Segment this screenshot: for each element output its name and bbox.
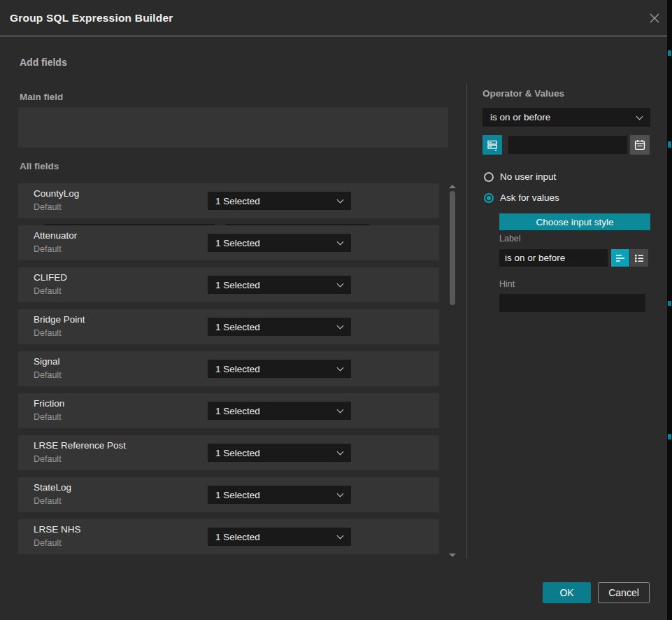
operator-dropdown[interactable]: is on or before [482, 108, 650, 127]
choose-input-style-button[interactable]: Choose input style [499, 213, 650, 230]
radio-no-user-input[interactable]: No user input [484, 171, 556, 182]
field-selection-value: 1 Selected [215, 490, 260, 500]
field-subtitle: Default [34, 538, 62, 548]
field-subtitle: Default [34, 412, 62, 422]
scrollbar-thumb[interactable] [450, 191, 455, 305]
align-left-icon [615, 253, 626, 263]
field-selection-dropdown[interactable]: 1 Selected [208, 318, 351, 336]
field-selection-value: 1 Selected [215, 448, 260, 458]
chevron-down-icon [337, 365, 344, 372]
chevron-down-icon [337, 197, 344, 204]
label-input[interactable] [499, 249, 608, 267]
field-selection-dropdown[interactable]: 1 Selected [208, 192, 351, 210]
operator-value: is on or before [490, 112, 550, 122]
add-fields-heading: Add fields [20, 57, 67, 68]
field-subtitle: Default [34, 202, 62, 212]
field-selection-value: 1 Selected [215, 280, 260, 290]
field-row: Attenuator Default 1 Selected [18, 225, 439, 260]
field-row: LRSE Reference Post Default 1 Selected [18, 435, 439, 470]
calendar-icon [634, 139, 645, 150]
close-icon [649, 13, 660, 24]
main-field-container: CountyLog | Default From Date [18, 107, 448, 148]
list-input-style-button[interactable] [630, 249, 648, 267]
app-sliver-accent [668, 50, 671, 56]
field-name: Friction [34, 398, 64, 409]
field-subtitle: Default [34, 370, 62, 380]
field-name: LRSE NHS [34, 524, 81, 535]
field-selection-value: 1 Selected [215, 238, 260, 248]
hint-caption: Hint [499, 279, 515, 289]
label-caption: Label [499, 234, 521, 244]
chevron-down-icon [337, 491, 344, 498]
field-name: CLIFED [34, 272, 67, 283]
hint-input[interactable] [499, 294, 645, 312]
all-fields-heading: All fields [20, 161, 59, 171]
radio-circle-selected-icon [484, 193, 494, 203]
dialog-title: Group SQL Expression Builder [10, 0, 173, 36]
field-row: StateLog Default 1 Selected [18, 477, 439, 512]
field-selection-dropdown[interactable]: 1 Selected [208, 528, 351, 546]
field-row: Friction Default 1 Selected [18, 393, 439, 428]
field-name: StateLog [34, 482, 71, 493]
field-selection-dropdown[interactable]: 1 Selected [208, 444, 351, 462]
field-name: LRSE Reference Post [34, 440, 126, 451]
field-subtitle: Default [34, 244, 62, 254]
app-sliver-accent [668, 434, 671, 439]
panel-divider [466, 84, 467, 558]
single-input-style-button[interactable] [611, 249, 629, 267]
app-sliver-accent [668, 301, 671, 306]
field-selection-dropdown[interactable]: 1 Selected [208, 234, 351, 252]
chevron-down-icon [337, 239, 344, 246]
field-subtitle: Default [34, 496, 62, 506]
value-input[interactable] [508, 136, 627, 154]
field-subtitle: Default [34, 286, 62, 296]
field-selection-value: 1 Selected [215, 364, 260, 374]
field-selection-value: 1 Selected [215, 532, 260, 542]
field-selection-dropdown[interactable]: 1 Selected [208, 360, 351, 378]
cancel-button[interactable]: Cancel [598, 582, 650, 603]
field-name: CountyLog [34, 188, 79, 199]
unique-values-button[interactable] [482, 135, 502, 155]
field-name: Signal [34, 356, 60, 367]
chevron-down-icon [337, 449, 344, 456]
field-row: LRSE NHS Default 1 Selected [18, 519, 439, 554]
stacked-values-icon [486, 139, 499, 151]
operator-values-heading: Operator & Values [482, 88, 564, 99]
scrollbar-up-arrow[interactable] [449, 185, 456, 188]
field-selection-value: 1 Selected [215, 196, 260, 206]
close-button[interactable] [646, 10, 663, 27]
ok-button[interactable]: OK [543, 582, 591, 603]
field-row: Bridge Point Default 1 Selected [18, 309, 439, 344]
field-subtitle: Default [34, 328, 62, 338]
all-fields-list: CountyLog Default 1 Selected Attenuator … [18, 183, 439, 561]
scrollbar-down-arrow[interactable] [449, 554, 456, 557]
dialog-titlebar: Group SQL Expression Builder [0, 0, 672, 36]
background-app-sliver [667, 0, 672, 620]
field-selection-value: 1 Selected [215, 322, 260, 332]
chevron-down-icon [337, 281, 344, 288]
field-name: Attenuator [34, 230, 77, 241]
date-picker-button[interactable] [630, 135, 650, 155]
field-row: Signal Default 1 Selected [18, 351, 439, 386]
radio-circle-icon [484, 172, 494, 182]
field-selection-value: 1 Selected [215, 406, 260, 416]
chevron-down-icon [337, 323, 344, 330]
field-selection-dropdown[interactable]: 1 Selected [208, 486, 351, 504]
main-field-heading: Main field [20, 92, 63, 102]
chevron-down-icon [636, 113, 643, 120]
chevron-down-icon [337, 407, 344, 414]
field-name: Bridge Point [34, 314, 85, 325]
field-selection-dropdown[interactable]: 1 Selected [208, 402, 351, 420]
app-sliver-accent [668, 141, 671, 148]
field-selection-dropdown[interactable]: 1 Selected [208, 276, 351, 294]
radio-no-user-input-label: No user input [500, 171, 556, 182]
radio-ask-for-values[interactable]: Ask for values [484, 192, 559, 203]
field-row: CLIFED Default 1 Selected [18, 267, 439, 302]
radio-ask-for-values-label: Ask for values [500, 192, 559, 203]
field-row: CountyLog Default 1 Selected [18, 183, 439, 218]
bullet-list-icon [634, 253, 645, 263]
field-subtitle: Default [34, 454, 62, 464]
chevron-down-icon [337, 533, 344, 540]
